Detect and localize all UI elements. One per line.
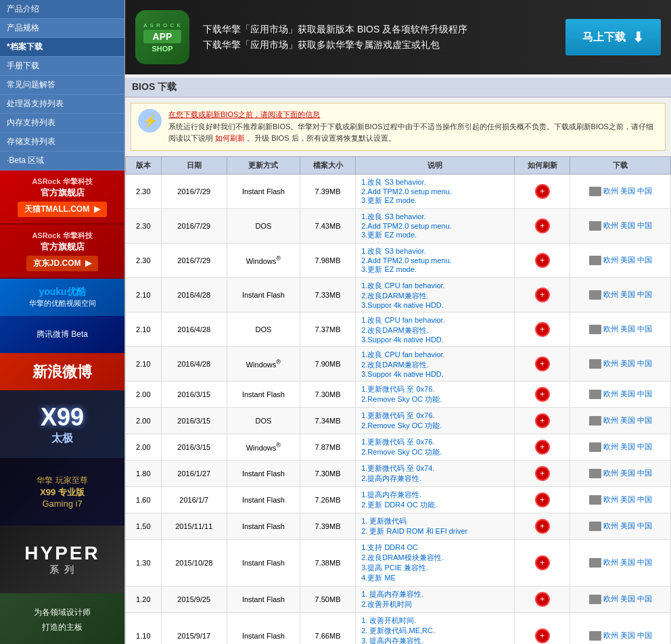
how-to-flash-cell[interactable]: + <box>515 381 570 407</box>
how-to-flash-cell[interactable]: + <box>515 312 570 346</box>
download-region-link[interactable]: 中国 <box>637 468 652 478</box>
download-region-link[interactable]: 欧州 <box>603 290 618 300</box>
how-to-flash-cell[interactable]: + <box>515 346 570 381</box>
download-links-cell[interactable]: 欧州美国中国 <box>570 460 671 486</box>
sidebar-nav-item[interactable]: ·Beta 区域 <box>0 152 124 170</box>
download-region-link[interactable]: 中国 <box>637 495 652 505</box>
download-region-link[interactable]: 美国 <box>620 442 635 452</box>
how-to-flash-icon[interactable]: + <box>535 628 550 643</box>
download-links-cell[interactable]: 欧州美国中国 <box>570 407 671 434</box>
download-region-link[interactable]: 欧州 <box>603 415 618 426</box>
how-to-flash-link[interactable]: 如何刷新 <box>215 134 245 142</box>
download-region-link[interactable]: 美国 <box>620 255 635 265</box>
sidebar-nav-item[interactable]: 存储支持列表 <box>0 133 124 152</box>
download-links-cell[interactable]: 欧州美国中国 <box>570 277 671 312</box>
download-region-link[interactable]: 欧州 <box>603 557 618 568</box>
download-region-link[interactable]: 欧州 <box>603 630 618 641</box>
download-links-cell[interactable]: 欧州美国中国 <box>570 513 671 539</box>
download-region-link[interactable]: 中国 <box>637 186 652 196</box>
download-links-cell[interactable]: 欧州美国中国 <box>570 381 671 407</box>
banner-sina[interactable]: 新浪微博 <box>0 353 124 390</box>
download-region-link[interactable]: 中国 <box>637 415 652 426</box>
sidebar-nav-item[interactable]: 处理器支持列表 <box>0 95 124 114</box>
download-links-cell[interactable]: 欧州美国中国 <box>570 312 671 346</box>
download-region-link[interactable]: 欧州 <box>603 521 618 531</box>
how-to-flash-icon[interactable]: + <box>535 387 550 402</box>
how-to-flash-cell[interactable]: + <box>515 612 570 644</box>
download-region-link[interactable]: 欧州 <box>603 468 618 478</box>
how-to-flash-cell[interactable]: + <box>515 208 570 243</box>
how-to-flash-icon[interactable]: + <box>535 253 550 268</box>
download-region-link[interactable]: 美国 <box>620 521 635 531</box>
download-region-link[interactable]: 中国 <box>637 290 652 300</box>
how-to-flash-cell[interactable]: + <box>515 174 570 208</box>
download-region-link[interactable]: 欧州 <box>603 324 618 334</box>
download-region-link[interactable]: 中国 <box>637 521 652 531</box>
bios-warning-title[interactable]: 在您下载或刷新BIOS之前，请阅读下面的信息 <box>168 109 658 121</box>
how-to-flash-icon[interactable]: + <box>535 592 550 607</box>
download-region-link[interactable]: 美国 <box>620 415 635 426</box>
download-links-cell[interactable]: 欧州美国中国 <box>570 486 671 513</box>
how-to-flash-icon[interactable]: + <box>535 440 550 455</box>
download-links-cell[interactable]: 欧州美国中国 <box>570 243 671 277</box>
download-region-link[interactable]: 美国 <box>620 324 635 334</box>
download-region-link[interactable]: 美国 <box>620 290 635 300</box>
how-to-flash-icon[interactable]: + <box>535 519 550 534</box>
download-links-cell[interactable]: 欧州美国中国 <box>570 539 671 586</box>
download-region-link[interactable]: 欧州 <box>603 221 618 231</box>
download-region-link[interactable]: 中国 <box>637 221 652 231</box>
how-to-flash-icon[interactable]: + <box>535 356 550 371</box>
how-to-flash-icon[interactable]: + <box>535 184 550 199</box>
how-to-flash-icon[interactable]: + <box>535 322 550 337</box>
download-region-link[interactable]: 美国 <box>620 468 635 478</box>
download-now-button[interactable]: 马上下载 ⬇ <box>565 19 661 55</box>
how-to-flash-icon[interactable]: + <box>535 413 550 428</box>
download-region-link[interactable]: 中国 <box>637 359 652 369</box>
how-to-flash-cell[interactable]: + <box>515 513 570 539</box>
how-to-flash-cell[interactable]: + <box>515 460 570 486</box>
how-to-flash-cell[interactable]: + <box>515 243 570 277</box>
download-links-cell[interactable]: 欧州美国中国 <box>570 434 671 460</box>
banner-hyper[interactable]: HYPER 系 列 <box>0 526 124 593</box>
how-to-flash-icon[interactable]: + <box>535 466 550 481</box>
sidebar-nav-item[interactable]: 产品介绍 <box>0 0 124 19</box>
download-region-link[interactable]: 欧州 <box>603 255 618 265</box>
banner-asrock-tmall[interactable]: ASRock 华擎科技 官方旗舰店 天猫TMALL.COM ▶ <box>0 170 124 225</box>
download-region-link[interactable]: 中国 <box>637 630 652 641</box>
how-to-flash-icon[interactable]: + <box>535 492 550 507</box>
how-to-flash-cell[interactable]: + <box>515 486 570 513</box>
sidebar-nav-item[interactable]: 手册下载 <box>0 57 124 76</box>
how-to-flash-cell[interactable]: + <box>515 539 570 586</box>
how-to-flash-cell[interactable]: + <box>515 407 570 434</box>
download-links-cell[interactable]: 欧州美国中国 <box>570 586 671 612</box>
download-region-link[interactable]: 中国 <box>637 557 652 568</box>
download-links-cell[interactable]: 欧州美国中国 <box>570 612 671 644</box>
banner-design[interactable]: 为各领域设计师 打造的主板 <box>0 593 124 644</box>
download-region-link[interactable]: 美国 <box>620 221 635 231</box>
download-region-link[interactable]: 欧州 <box>603 495 618 505</box>
download-region-link[interactable]: 美国 <box>620 630 635 641</box>
download-region-link[interactable]: 欧州 <box>603 186 618 196</box>
how-to-flash-icon[interactable]: + <box>535 218 550 233</box>
download-region-link[interactable]: 中国 <box>637 594 652 604</box>
banner-youku[interactable]: youku优酷 华擎的优酷视频空间 <box>0 279 124 316</box>
download-region-link[interactable]: 美国 <box>620 594 635 604</box>
download-region-link[interactable]: 美国 <box>620 557 635 568</box>
banner-asrock-jd[interactable]: ASRock 华擎科技 官方旗舰店 京东JD.COM ▶ <box>0 225 124 279</box>
banner-x99[interactable]: X99 太极 <box>0 390 124 458</box>
download-region-link[interactable]: 美国 <box>620 186 635 196</box>
download-region-link[interactable]: 欧州 <box>603 442 618 452</box>
download-region-link[interactable]: 中国 <box>637 255 652 265</box>
download-region-link[interactable]: 美国 <box>620 495 635 505</box>
sidebar-nav-item[interactable]: 产品规格 <box>0 19 124 38</box>
download-region-link[interactable]: 中国 <box>637 389 652 399</box>
how-to-flash-icon[interactable]: + <box>535 555 550 570</box>
download-links-cell[interactable]: 欧州美国中国 <box>570 174 671 208</box>
how-to-flash-cell[interactable]: + <box>515 277 570 312</box>
download-region-link[interactable]: 欧州 <box>603 389 618 399</box>
download-region-link[interactable]: 中国 <box>637 324 652 334</box>
download-region-link[interactable]: 美国 <box>620 389 635 399</box>
sidebar-nav-item[interactable]: 内存支持列表 <box>0 114 124 133</box>
banner-x99-gaming[interactable]: 华擎 玩家至尊 X99 专业版 Gaming i7 <box>0 458 124 526</box>
how-to-flash-cell[interactable]: + <box>515 434 570 460</box>
